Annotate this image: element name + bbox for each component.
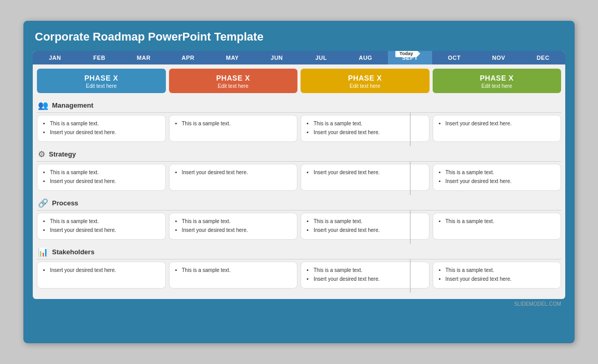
content-card-0-0-0: This is a sample text.Insert your desire… [37, 115, 166, 142]
today-marker: Today [410, 51, 411, 64]
list-item: Insert your desired text here. [314, 128, 424, 136]
phase-title-1: PHASE X [169, 74, 298, 82]
section-name-1: Strategy [49, 150, 76, 158]
list-item: Insert your desired text here. [446, 177, 556, 185]
list-item: Insert your desired text here. [182, 168, 292, 176]
slide-title: Corporate Roadmap PowerPoint Template [33, 30, 565, 44]
list-item: Insert your desired text here. [50, 266, 160, 274]
list-item: This is a sample text. [182, 266, 292, 274]
content-row-1-0: This is a sample text.Insert your desire… [33, 162, 565, 195]
content-card-3-0-3: This is a sample text.Insert your desire… [433, 262, 562, 289]
content-card-2-0-2: This is a sample text.Insert your desire… [301, 213, 430, 240]
content-card-1-0-3: This is a sample text.Insert your desire… [433, 164, 562, 191]
month-cell-may: MAY [210, 51, 254, 64]
month-cell-mar: MAR [122, 51, 166, 64]
phase-block-2: PHASE X Edit text here [301, 69, 430, 93]
section-label-management: 👥 Management [33, 97, 565, 112]
list-item: This is a sample text. [314, 120, 424, 127]
section-label-strategy: ⚙ Strategy [33, 146, 565, 161]
content-card-0-0-3: Insert your desired text here. [433, 115, 562, 142]
list-item: Insert your desired text here. [314, 275, 424, 283]
section-label-process: 🔗 Process [33, 195, 565, 210]
watermark: SLIDEMODEL.COM [33, 299, 565, 307]
phase-sub-2: Edit text here [301, 83, 430, 89]
phase-row: PHASE X Edit text herePHASE X Edit text … [33, 64, 565, 97]
month-cell-jul: JUL [299, 51, 343, 64]
list-item: Insert your desired text here. [446, 275, 556, 283]
content-card-0-0-2: This is a sample text.Insert your desire… [301, 115, 430, 142]
list-item: This is a sample text. [446, 266, 556, 274]
content-card-3-0-1: This is a sample text. [169, 262, 298, 289]
slide-inner: JANFEBMARAPRMAYJUNJULAUGSEPTOCTNOVDEC To… [33, 51, 565, 299]
month-cell-feb: FEB [77, 51, 121, 64]
sections-container: 👥 ManagementThis is a sample text.Insert… [33, 97, 565, 293]
list-item: Insert your desired text here. [446, 120, 556, 127]
month-cell-jan: JAN [33, 51, 77, 64]
content-card-3-0-2: This is a sample text.Insert your desire… [301, 262, 430, 289]
today-flag: Today [395, 51, 420, 57]
month-cell-jun: JUN [255, 51, 299, 64]
list-item: This is a sample text. [182, 120, 292, 127]
content-card-2-0-1: This is a sample text.Insert your desire… [169, 213, 298, 240]
phase-block-1: PHASE X Edit text here [169, 69, 298, 93]
slide-container: Corporate Roadmap PowerPoint Template JA… [23, 21, 575, 343]
month-bar: JANFEBMARAPRMAYJUNJULAUGSEPTOCTNOVDEC To… [33, 51, 565, 64]
phase-title-0: PHASE X [37, 74, 166, 82]
month-cell-aug: AUG [343, 51, 387, 64]
phase-title-2: PHASE X [301, 74, 430, 82]
list-item: This is a sample text. [50, 168, 160, 176]
phase-block-3: PHASE X Edit text here [433, 69, 562, 93]
list-item: Insert your desired text here. [314, 226, 424, 234]
content-card-0-0-1: This is a sample text. [169, 115, 298, 142]
section-icon-1: ⚙ [38, 149, 45, 159]
list-item: Insert your desired text here. [50, 226, 160, 234]
content-card-1-0-0: This is a sample text.Insert your desire… [37, 164, 166, 191]
month-cell-dec: DEC [521, 51, 565, 64]
section-icon-2: 🔗 [38, 198, 48, 208]
section-name-2: Process [52, 199, 79, 207]
list-item: This is a sample text. [50, 217, 160, 225]
month-cell-apr: APR [166, 51, 210, 64]
list-item: Insert your desired text here. [314, 168, 424, 176]
section-icon-0: 👥 [38, 100, 48, 110]
list-item: Insert your desired text here. [50, 177, 160, 185]
content-row-0-0: This is a sample text.Insert your desire… [33, 113, 565, 146]
content-row-3-0: Insert your desired text here.This is a … [33, 259, 565, 293]
content-card-2-0-0: This is a sample text.Insert your desire… [37, 213, 166, 240]
section-name-3: Stakeholders [52, 248, 95, 256]
content-card-2-0-3: This is a sample text. [433, 213, 562, 240]
list-item: This is a sample text. [314, 266, 424, 274]
list-item: This is a sample text. [50, 120, 160, 127]
month-cell-nov: NOV [476, 51, 521, 64]
list-item: This is a sample text. [182, 217, 292, 225]
content-row-2-0: This is a sample text.Insert your desire… [33, 211, 565, 244]
phase-sub-3: Edit text here [433, 83, 562, 89]
content-card-1-0-1: Insert your desired text here. [169, 164, 298, 191]
phase-sub-0: Edit text here [37, 83, 166, 89]
list-item: Insert your desired text here. [182, 226, 292, 234]
section-icon-3: 📊 [38, 247, 48, 257]
month-cell-oct: OCT [432, 51, 476, 64]
section-name-0: Management [52, 101, 93, 109]
content-card-1-0-2: Insert your desired text here. [301, 164, 430, 191]
list-item: Insert your desired text here. [50, 128, 160, 136]
section-label-stakeholders: 📊 Stakeholders [33, 244, 565, 259]
content-card-3-0-0: Insert your desired text here. [37, 262, 166, 289]
phase-title-3: PHASE X [433, 74, 562, 82]
phase-block-0: PHASE X Edit text here [37, 69, 166, 93]
list-item: This is a sample text. [446, 217, 556, 225]
phase-sub-1: Edit text here [169, 83, 298, 89]
list-item: This is a sample text. [314, 217, 424, 225]
list-item: This is a sample text. [446, 168, 556, 176]
